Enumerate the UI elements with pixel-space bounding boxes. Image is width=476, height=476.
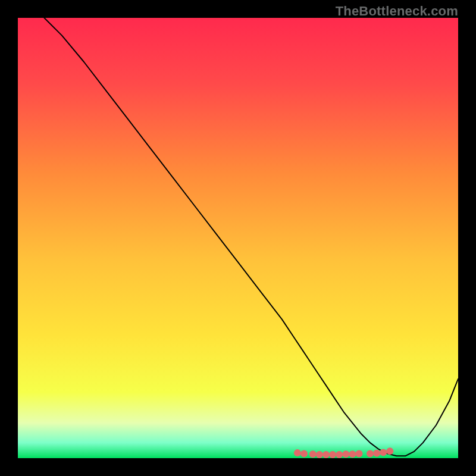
data-marker — [294, 449, 301, 456]
plot-area — [18, 18, 458, 458]
chart-frame: TheBottleneck.com — [0, 0, 476, 476]
data-marker — [300, 450, 308, 458]
watermark-text: TheBottleneck.com — [336, 4, 458, 19]
data-marker — [329, 451, 336, 458]
data-marker — [322, 451, 330, 458]
data-marker — [356, 450, 363, 458]
data-marker — [336, 451, 343, 458]
data-marker — [380, 449, 387, 456]
data-marker — [367, 450, 374, 458]
data-marker — [373, 450, 380, 457]
data-marker — [342, 450, 349, 458]
data-marker — [349, 450, 356, 458]
data-marker — [309, 450, 317, 458]
data-marker — [386, 447, 393, 455]
gradient-background — [18, 18, 458, 458]
chart-svg — [18, 18, 458, 458]
data-marker — [316, 451, 323, 458]
